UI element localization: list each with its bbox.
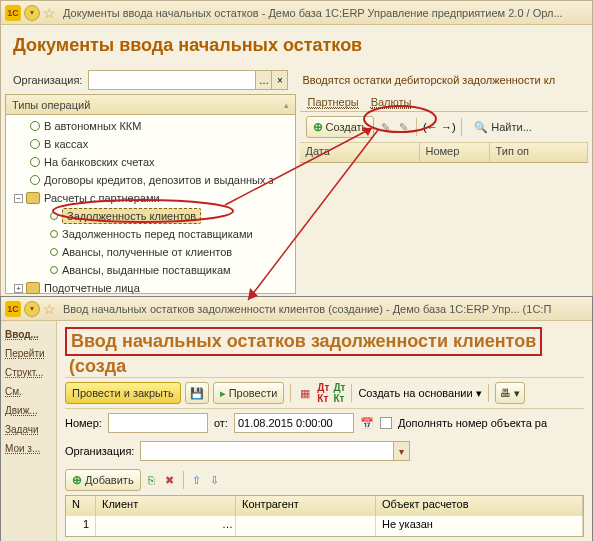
nav-back-icon[interactable]: (← <box>423 120 437 134</box>
collapse-icon[interactable]: − <box>14 194 23 203</box>
sidebar-item[interactable]: Ввод... <box>5 329 52 340</box>
tree-item[interactable]: В автономных ККМ <box>6 117 295 135</box>
post-icon: ▸ <box>220 387 226 400</box>
tree-item[interactable]: Задолженность перед поставщиками <box>6 225 295 243</box>
plus-icon: ⊕ <box>72 473 82 487</box>
move-up-icon[interactable]: ⇧ <box>190 473 204 487</box>
tree-item[interactable]: На банковских счетах <box>6 153 295 171</box>
sort-icon[interactable]: ▴ <box>284 100 289 110</box>
tab-currencies[interactable]: Валюты <box>371 96 412 109</box>
sidebar-item[interactable]: Структ... <box>5 367 52 378</box>
col-number[interactable]: Номер <box>420 143 490 162</box>
find-button[interactable]: 🔍Найти... <box>468 116 538 138</box>
nav-fwd-icon[interactable]: →) <box>441 120 455 134</box>
folder-icon <box>26 282 40 294</box>
tree-group[interactable]: +Подотчетные лица <box>6 279 295 297</box>
window2-titlebar: 1C ▾ ☆ Ввод начальных остатков задолженн… <box>1 297 592 321</box>
org-label: Организация: <box>13 74 82 86</box>
window2: 1C ▾ ☆ Ввод начальных остатков задолженн… <box>0 296 593 541</box>
tree-header[interactable]: Типы операций ▴ <box>6 95 295 115</box>
filter-description: Вводятся остатки дебиторской задолженнос… <box>302 74 555 86</box>
col-client[interactable]: Клиент <box>96 496 236 516</box>
app-logo-icon: 1C <box>5 301 21 317</box>
input-clear-icon[interactable]: × <box>271 71 287 89</box>
ledger-button[interactable]: ▦ <box>297 382 313 404</box>
tree-group[interactable]: −Расчеты с партнерами <box>6 189 295 207</box>
sidebar-item[interactable]: См. <box>5 386 52 397</box>
plus-icon: ⊕ <box>313 120 323 134</box>
line-items-grid[interactable]: N Клиент Контрагент Объект расчетов 1 … … <box>65 495 584 537</box>
save-icon: 💾 <box>190 387 204 400</box>
delete-row-icon[interactable]: ✖ <box>163 473 177 487</box>
org-input[interactable]: … × <box>88 70 288 90</box>
edit-icon[interactable]: ✎ <box>396 120 410 134</box>
window2-title: Ввод начальных остатков задолженности кл… <box>63 303 588 315</box>
fill-number-label: Дополнять номер объекта ра <box>398 417 547 429</box>
create-based-button[interactable]: Создать на основании ▾ <box>358 387 481 400</box>
operation-types-tree[interactable]: Типы операций ▴ В автономных ККМ В касса… <box>5 94 296 294</box>
window2-page-title: Ввод начальных остатков задолженности кл… <box>65 327 542 356</box>
window2-page-title-suffix: (созда <box>65 352 126 386</box>
date-input[interactable]: 01.08.2015 0:00:00 <box>234 413 354 433</box>
add-button[interactable]: ⊕Добавить <box>65 469 141 491</box>
dt-icon[interactable]: ДтКт <box>317 382 329 404</box>
sidebar-item[interactable]: Задачи <box>5 424 52 435</box>
search-icon: 🔍 <box>474 121 488 134</box>
col-n[interactable]: N <box>66 496 96 516</box>
tab-partners[interactable]: Партнеры <box>308 96 359 109</box>
create-button[interactable]: ⊕Создать <box>306 116 375 138</box>
print-icon: 🖶 <box>500 387 511 399</box>
tree-item-selected[interactable]: Задолженность клиентов <box>6 207 295 225</box>
dropdown-icon[interactable]: ▾ <box>24 301 40 317</box>
dt-green-icon[interactable]: ДтКт <box>333 382 345 404</box>
tree-item[interactable]: Авансы, выданные поставщикам <box>6 261 295 279</box>
client-cell[interactable]: … <box>96 516 236 536</box>
calendar-icon[interactable]: 📅 <box>360 417 374 430</box>
folder-icon <box>26 192 40 204</box>
sidebar: Ввод... Перейти Структ... См. Движ... За… <box>1 321 57 541</box>
input-ellipsis-icon[interactable]: … <box>255 71 271 89</box>
col-counterparty[interactable]: Контрагент <box>236 496 376 516</box>
col-date[interactable]: Дата <box>300 143 420 162</box>
tree-item[interactable]: Авансы, полученные от клиентов <box>6 243 295 261</box>
fill-number-checkbox[interactable] <box>380 417 392 429</box>
grid-row[interactable]: 1 … Не указан <box>66 516 583 536</box>
col-object[interactable]: Объект расчетов <box>376 496 583 516</box>
copy-row-icon[interactable]: ⎘ <box>145 473 159 487</box>
list-header: Дата Номер Тип оп <box>300 143 589 163</box>
number-input[interactable] <box>108 413 208 433</box>
org-label: Организация: <box>65 445 134 457</box>
expand-icon[interactable]: + <box>14 284 23 293</box>
app-logo-icon: 1C <box>5 5 21 21</box>
page-title: Документы ввода начальных остатков <box>1 25 592 66</box>
copy-icon[interactable]: ✎ <box>378 120 392 134</box>
move-down-icon[interactable]: ⇩ <box>208 473 222 487</box>
save-button[interactable]: 💾 <box>185 382 209 404</box>
sidebar-item[interactable]: Перейти <box>5 348 52 359</box>
sidebar-item[interactable]: Движ... <box>5 405 52 416</box>
post-button[interactable]: ▸Провести <box>213 382 285 404</box>
ledger-icon: ▦ <box>300 387 310 400</box>
number-label: Номер: <box>65 417 102 429</box>
post-and-close-button[interactable]: Провести и закрыть <box>65 382 181 404</box>
dropdown-icon[interactable]: ▾ <box>24 5 40 21</box>
window1-title: Документы ввода начальных остатков - Дем… <box>63 7 588 19</box>
col-type[interactable]: Тип оп <box>490 143 589 162</box>
sidebar-item[interactable]: Мои з... <box>5 443 52 454</box>
dropdown-icon[interactable]: ▾ <box>393 442 409 460</box>
window1-titlebar: 1C ▾ ☆ Документы ввода начальных остатко… <box>1 1 592 25</box>
star-icon[interactable]: ☆ <box>43 301 56 317</box>
tree-item[interactable]: Договоры кредитов, депозитов и выданных … <box>6 171 295 189</box>
from-label: от: <box>214 417 228 429</box>
org-select[interactable]: ▾ <box>140 441 410 461</box>
star-icon[interactable]: ☆ <box>43 5 56 21</box>
page-title-row: Ввод начальных остатков задолженности кл… <box>65 327 584 377</box>
tree-item[interactable]: В кассах <box>6 135 295 153</box>
print-button[interactable]: 🖶▾ <box>495 382 525 404</box>
